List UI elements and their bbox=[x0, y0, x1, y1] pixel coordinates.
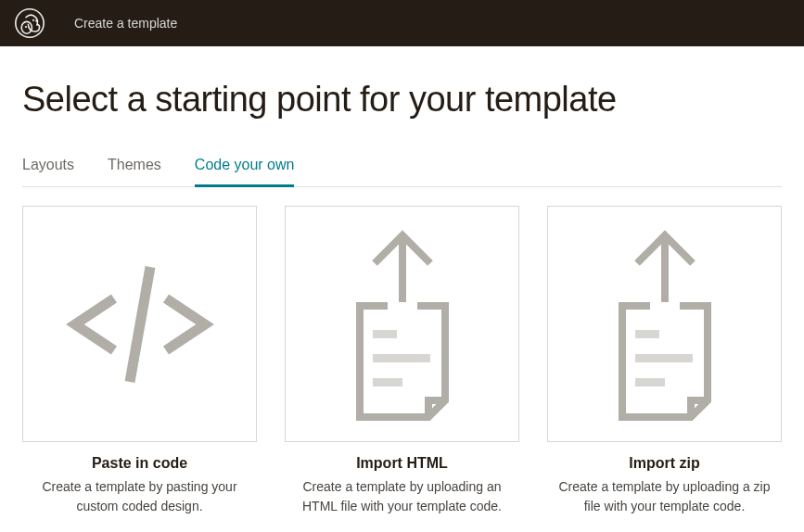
card-title: Paste in code bbox=[92, 455, 187, 472]
page-breadcrumb: Create a template bbox=[74, 16, 177, 31]
tabs: Layouts Themes Code your own bbox=[22, 157, 782, 187]
svg-line-5 bbox=[130, 267, 150, 382]
svg-rect-12 bbox=[635, 354, 693, 362]
svg-rect-7 bbox=[373, 330, 397, 338]
svg-point-2 bbox=[32, 19, 34, 21]
svg-point-1 bbox=[21, 21, 32, 33]
page-heading: Select a starting point for your templat… bbox=[22, 80, 782, 120]
tab-code-your-own[interactable]: Code your own bbox=[195, 157, 295, 187]
svg-point-3 bbox=[35, 19, 37, 21]
upload-file-icon bbox=[591, 222, 739, 426]
card-title: Import HTML bbox=[356, 455, 448, 472]
tab-layouts[interactable]: Layouts bbox=[22, 157, 74, 187]
card-description: Create a template by uploading a zip fil… bbox=[547, 477, 782, 516]
svg-rect-11 bbox=[635, 330, 659, 338]
card-description: Create a template by pasting your custom… bbox=[22, 477, 257, 516]
card-import-zip: Import zip Create a template by uploadin… bbox=[547, 206, 782, 516]
card-paste-in-code-image[interactable] bbox=[22, 206, 257, 442]
cards-row: Paste in code Create a template by pasti… bbox=[22, 206, 782, 516]
card-import-zip-image[interactable] bbox=[547, 206, 782, 442]
card-import-html-image[interactable] bbox=[285, 206, 519, 442]
tab-themes[interactable]: Themes bbox=[108, 157, 161, 187]
card-title: Import zip bbox=[629, 455, 699, 472]
svg-rect-13 bbox=[635, 378, 665, 386]
svg-rect-8 bbox=[373, 354, 430, 362]
svg-point-4 bbox=[25, 26, 27, 28]
code-icon bbox=[57, 250, 223, 399]
main-content: Select a starting point for your templat… bbox=[0, 46, 804, 532]
card-paste-in-code: Paste in code Create a template by pasti… bbox=[22, 206, 257, 516]
card-import-html: Import HTML Create a template by uploadi… bbox=[285, 206, 519, 516]
upload-file-icon bbox=[328, 222, 477, 426]
card-description: Create a template by uploading an HTML f… bbox=[285, 477, 519, 516]
svg-rect-9 bbox=[373, 378, 402, 386]
top-bar: Create a template bbox=[0, 0, 804, 46]
mailchimp-logo-icon[interactable] bbox=[15, 8, 45, 38]
